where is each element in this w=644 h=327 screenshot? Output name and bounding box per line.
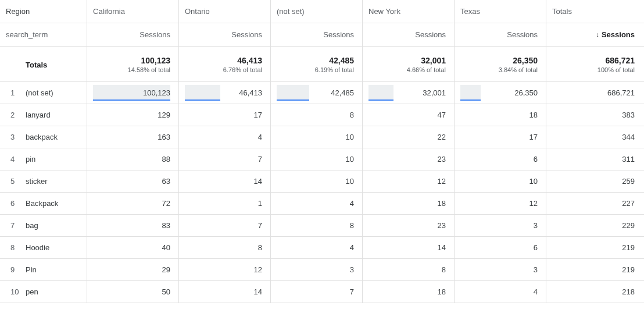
- table-row[interactable]: 6Backpack72141812227: [0, 193, 644, 215]
- table-row[interactable]: 3backpack1634102217344: [0, 126, 644, 148]
- metric-header-2[interactable]: Sessions: [271, 23, 363, 46]
- totals-pct: 100% of total: [598, 66, 635, 73]
- totals-value: 42,485: [329, 56, 354, 65]
- data-cell: 1: [179, 193, 271, 214]
- totals-pct: 6.76% of total: [223, 66, 262, 73]
- sparkbar: [460, 85, 481, 101]
- region-col-2[interactable]: (not set): [271, 0, 363, 23]
- region-col-0[interactable]: California: [87, 0, 179, 23]
- search-term-cell[interactable]: sticker: [26, 170, 87, 192]
- search-term-cell[interactable]: Pin: [26, 259, 87, 280]
- data-cell: 163: [87, 126, 179, 148]
- table-row[interactable]: 4pin88710236311: [0, 148, 644, 170]
- row-index: 4: [0, 148, 26, 170]
- totals-pct: 3.84% of total: [499, 66, 538, 73]
- totals-col-4: 26,350 3.84% of total: [455, 47, 546, 81]
- data-cell: 10: [271, 170, 363, 192]
- region-col-3[interactable]: New York: [363, 0, 455, 23]
- search-term-cell[interactable]: Hoodie: [26, 237, 87, 258]
- data-cell: 14: [179, 281, 271, 303]
- table-row[interactable]: 7bag8378233229: [0, 215, 644, 237]
- data-cell: 83: [87, 215, 179, 236]
- totals-col-1: 46,413 6.76% of total: [179, 47, 271, 81]
- data-cell: 6: [455, 237, 546, 258]
- sort-column-header[interactable]: ↓ Sessions: [546, 23, 643, 46]
- data-cell: 23: [363, 148, 455, 170]
- data-cell: 18: [363, 281, 455, 303]
- sparkbar: [277, 85, 309, 101]
- data-cell: 17: [179, 104, 271, 126]
- table-row[interactable]: 10pen50147184218: [0, 281, 644, 303]
- cell-value: 32,001: [423, 88, 446, 97]
- table-row[interactable]: 5sticker6314101210259: [0, 170, 644, 193]
- sparkbar: [368, 85, 393, 101]
- data-cell: 50: [87, 281, 179, 303]
- search-term-cell[interactable]: backpack: [26, 126, 87, 148]
- row-index: 9: [0, 259, 26, 280]
- data-cell: 26,350: [455, 82, 546, 104]
- data-cell: 17: [455, 126, 546, 148]
- search-term-cell[interactable]: (not set): [26, 82, 87, 104]
- metric-header-3[interactable]: Sessions: [363, 23, 455, 46]
- data-cell: 14: [179, 170, 271, 192]
- data-cell: 10: [271, 148, 363, 170]
- totals-col-0: 100,123 14.58% of total: [87, 47, 179, 81]
- row-dimension-header[interactable]: search_term: [0, 23, 87, 46]
- search-term-cell[interactable]: pen: [26, 281, 87, 303]
- table-row[interactable]: 1(not set)100,12346,41342,48532,00126,35…: [0, 82, 644, 104]
- row-total-cell: 686,721: [546, 82, 643, 104]
- search-term-cell[interactable]: pin: [26, 148, 87, 170]
- table-row[interactable]: 9Pin2912383219: [0, 259, 644, 281]
- row-total-cell: 259: [546, 170, 643, 192]
- data-cell: 10: [455, 170, 546, 192]
- data-cell: 14: [363, 237, 455, 258]
- totals-row: Totals 100,123 14.58% of total 46,413 6.…: [0, 47, 644, 82]
- data-cell: 42,485: [271, 82, 363, 104]
- search-term-cell[interactable]: bag: [26, 215, 87, 236]
- metric-header-4[interactable]: Sessions: [455, 23, 546, 46]
- row-index: 8: [0, 237, 26, 258]
- data-cell: 88: [87, 148, 179, 170]
- data-cell: 129: [87, 104, 179, 126]
- totals-col-2: 42,485 6.19% of total: [271, 47, 363, 81]
- table-row[interactable]: 2lanyard1291784718383: [0, 104, 644, 126]
- row-index: 10: [0, 281, 26, 303]
- row-total-cell: 218: [546, 281, 643, 303]
- totals-pct: 4.66% of total: [407, 66, 446, 73]
- data-cell: 46,413: [179, 82, 271, 104]
- search-term-cell[interactable]: lanyard: [26, 104, 87, 126]
- header-row-region: Region California Ontario (not set) New …: [0, 0, 644, 23]
- dimension-header[interactable]: Region: [0, 0, 87, 23]
- data-cell: 12: [455, 193, 546, 214]
- totals-value: 100,123: [141, 56, 170, 65]
- row-total-cell: 311: [546, 148, 643, 170]
- data-cell: 4: [271, 193, 363, 214]
- totals-value: 46,413: [237, 56, 262, 65]
- cell-value: 26,350: [514, 88, 538, 97]
- data-cell: 40: [87, 237, 179, 258]
- data-cell: 12: [179, 259, 271, 280]
- data-cell: 4: [179, 126, 271, 148]
- data-cell: 8: [363, 259, 455, 280]
- region-col-1[interactable]: Ontario: [179, 0, 271, 23]
- header-row-metric: search_term Sessions Sessions Sessions S…: [0, 23, 644, 47]
- metric-header-0[interactable]: Sessions: [87, 23, 179, 46]
- row-index: 2: [0, 104, 26, 126]
- data-cell: 3: [455, 259, 546, 280]
- search-term-cell[interactable]: Backpack: [26, 193, 87, 214]
- data-cell: 3: [455, 215, 546, 236]
- data-cell: 22: [363, 126, 455, 148]
- totals-col-3: 32,001 4.66% of total: [363, 47, 455, 81]
- row-total-cell: 219: [546, 259, 643, 280]
- metric-header-1[interactable]: Sessions: [179, 23, 271, 46]
- pivot-table: Region California Ontario (not set) New …: [0, 0, 644, 303]
- row-index: 3: [0, 126, 26, 148]
- data-rows: 1(not set)100,12346,41342,48532,00126,35…: [0, 82, 644, 303]
- table-row[interactable]: 8Hoodie4084146219: [0, 237, 644, 259]
- row-total-cell: 227: [546, 193, 643, 214]
- totals-grand: 686,721 100% of total: [546, 47, 643, 81]
- region-col-4[interactable]: Texas: [455, 0, 546, 23]
- row-total-cell: 229: [546, 215, 643, 236]
- data-cell: 10: [271, 126, 363, 148]
- row-total-cell: 219: [546, 237, 643, 258]
